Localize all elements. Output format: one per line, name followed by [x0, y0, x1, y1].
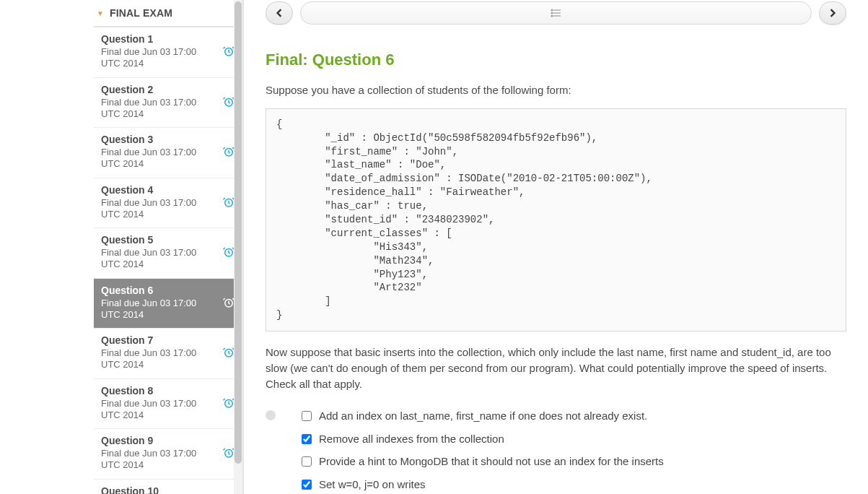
sidebar-item-title: Question 5: [101, 234, 216, 246]
sidebar-item-title: Question 3: [101, 134, 216, 145]
sidebar-scrollbar[interactable]: [234, 0, 242, 494]
main-content: Final: Question 6 Suppose you have a col…: [244, 0, 868, 494]
section-title: FINAL EXAM: [110, 7, 172, 19]
sidebar-item-question-1[interactable]: Question 1Final due Jun 03 17:00 UTC 201…: [94, 27, 242, 78]
sidebar-item-title: Question 8: [101, 385, 216, 396]
code-sample: { "_id" : ObjectId("50c598f582094fb5f92e…: [266, 108, 846, 332]
sidebar-item-title: Question 2: [101, 84, 216, 95]
answer-checkbox-4[interactable]: [302, 480, 312, 490]
sidebar-scrollbar-thumb[interactable]: [234, 1, 242, 464]
sidebar-item-subtitle: Final due Jun 03 17:00 UTC 2014: [101, 398, 216, 422]
answer-label: Add an index on last_name, first_name if…: [319, 409, 647, 423]
sidebar-item-title: Question 7: [101, 334, 216, 346]
sidebar-item-subtitle: Final due Jun 03 17:00 UTC 2014: [101, 147, 216, 170]
sidebar-item-question-5[interactable]: Question 5Final due Jun 03 17:00 UTC 201…: [94, 228, 242, 279]
sidebar-item-question-7[interactable]: Question 7Final due Jun 03 17:00 UTC 201…: [94, 329, 242, 379]
sidebar-item-title: Question 9: [101, 435, 216, 446]
sidebar-item-subtitle: Final due Jun 03 17:00 UTC 2014: [101, 247, 216, 271]
unit-nav-spacer[interactable]: [300, 1, 812, 25]
sidebar-item-subtitle: Final due Jun 03 17:00 UTC 2014: [101, 298, 216, 321]
sidebar-item-subtitle: Final due Jun 03 17:00 UTC 2014: [101, 197, 216, 221]
sidebar-item-subtitle: Final due Jun 03 17:00 UTC 2014: [101, 448, 216, 472]
answer-checkbox-1[interactable]: [302, 411, 312, 421]
section-header[interactable]: ▼ FINAL EXAM: [94, 0, 242, 27]
svg-point-13: [551, 9, 553, 11]
svg-point-15: [551, 15, 553, 17]
answer-option-3[interactable]: Provide a hint to MongoDB that it should…: [302, 454, 846, 469]
sidebar-item-question-4[interactable]: Question 4Final due Jun 03 17:00 UTC 201…: [94, 178, 242, 229]
answer-checkbox-2[interactable]: [302, 434, 312, 444]
sidebar-item-question-8[interactable]: Question 8Final due Jun 03 17:00 UTC 201…: [94, 379, 242, 430]
sidebar-item-question-6[interactable]: Question 6Final due Jun 03 17:00 UTC 201…: [94, 279, 242, 329]
answer-label: Provide a hint to MongoDB that it should…: [319, 454, 664, 469]
question-intro: Suppose you have a collection of student…: [266, 82, 846, 98]
next-unit-button[interactable]: [819, 1, 846, 25]
sidebar-item-title: Question 6: [101, 285, 216, 296]
answer-label: Set w=0, j=0 on writes: [319, 477, 426, 492]
prev-unit-button[interactable]: [266, 1, 293, 25]
sidebar-item-title: Question 1: [101, 33, 216, 45]
sidebar-item-subtitle: Final due Jun 03 17:00 UTC 2014: [101, 347, 216, 371]
sidebar-item-question-3[interactable]: Question 3Final due Jun 03 17:00 UTC 201…: [94, 128, 242, 178]
sidebar-item-title: Question 4: [101, 184, 216, 196]
svg-point-14: [551, 12, 553, 14]
question-prompt: Now suppose that basic inserts into the …: [266, 344, 846, 391]
unit-nav: [266, 0, 846, 26]
sidebar-item-subtitle: Final due Jun 03 17:00 UTC 2014: [101, 97, 216, 121]
status-column: [266, 409, 302, 494]
collapse-triangle-icon: ▼: [97, 9, 104, 17]
question-list: Question 1Final due Jun 03 17:00 UTC 201…: [94, 27, 242, 494]
answer-label: Remove all indexes from the collection: [319, 432, 504, 446]
sidebar: ▼ FINAL EXAM Question 1Final due Jun 03 …: [0, 0, 244, 494]
answer-list: Add an index on last_name, first_name if…: [302, 409, 846, 494]
answer-checkbox-3[interactable]: [302, 456, 312, 467]
answer-option-4[interactable]: Set w=0, j=0 on writes: [302, 477, 846, 492]
sidebar-item-question-9[interactable]: Question 9Final due Jun 03 17:00 UTC 201…: [94, 429, 242, 480]
sidebar-item-title: Question 10: [101, 485, 216, 495]
answer-option-1[interactable]: Add an index on last_name, first_name if…: [302, 409, 846, 423]
answer-option-2[interactable]: Remove all indexes from the collection: [302, 432, 846, 446]
sidebar-item-question-10[interactable]: Question 10Final due Jun 03 17:00 UTC 20…: [94, 480, 242, 495]
question-heading: Final: Question 6: [266, 51, 846, 69]
status-indicator-icon: [266, 410, 276, 420]
sidebar-item-subtitle: Final due Jun 03 17:00 UTC 2014: [101, 46, 216, 70]
sidebar-item-question-2[interactable]: Question 2Final due Jun 03 17:00 UTC 201…: [94, 78, 242, 129]
